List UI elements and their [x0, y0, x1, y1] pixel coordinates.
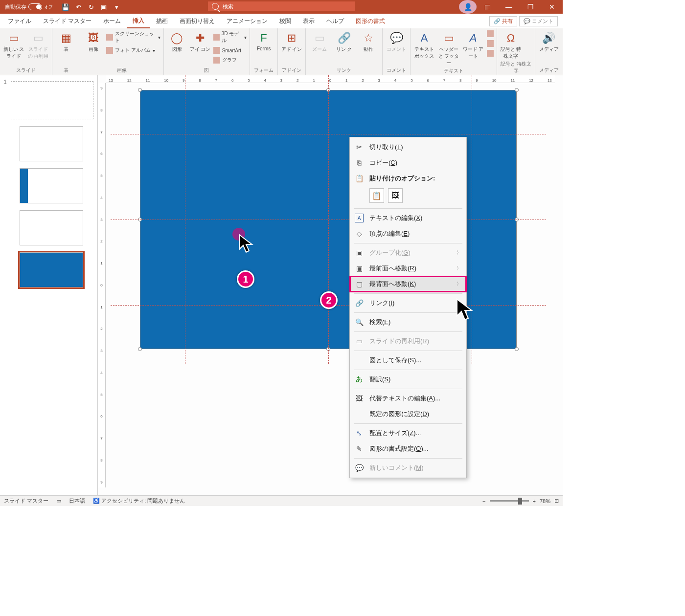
- cm-edit-points[interactable]: ◇頂点の編集(E): [350, 226, 466, 242]
- tab-review[interactable]: 校閲: [274, 14, 297, 28]
- tab-shape-format[interactable]: 図形の書式: [350, 14, 391, 28]
- tab-view[interactable]: 表示: [297, 14, 320, 28]
- search-box[interactable]: 検索: [208, 1, 355, 11]
- paste-as-picture[interactable]: 🖼: [388, 188, 403, 203]
- screenshot-button[interactable]: スクリーンショット ▾: [105, 29, 161, 45]
- account-avatar[interactable]: 👤: [459, 0, 477, 14]
- media-button[interactable]: 🔊メディア: [537, 29, 561, 53]
- tab-insert[interactable]: 挿入: [127, 14, 150, 28]
- header-footer-button[interactable]: ▭ヘッダーと フッター: [437, 29, 460, 66]
- cm-alt-text[interactable]: 🖼代替テキストの編集(A)...: [350, 391, 466, 406]
- resize-handle-nw[interactable]: [138, 88, 142, 92]
- reuse-slide-button[interactable]: ▭スライドの 再利用: [26, 29, 50, 60]
- zoom-slider[interactable]: [490, 500, 529, 502]
- image-button[interactable]: 🖼画像: [82, 29, 104, 53]
- autosave-switch[interactable]: [28, 3, 42, 10]
- ribbon-display-icon[interactable]: ▥: [477, 0, 498, 14]
- cm-send-to-back[interactable]: ▢最背面へ移動(K)〉: [350, 276, 466, 292]
- slides-thumbnail-panel[interactable]: 1: [0, 75, 98, 495]
- slide-number-button[interactable]: [486, 39, 495, 48]
- cm-save-as-picture[interactable]: 図として保存(S)...: [350, 352, 466, 368]
- chevron-right-icon: 〉: [457, 265, 461, 272]
- layout-thumb-4[interactable]: [20, 252, 83, 287]
- icons-button[interactable]: ✚アイ コン: [189, 29, 211, 53]
- start-slideshow-icon[interactable]: ▣: [100, 3, 108, 11]
- notes-icon[interactable]: ▭: [56, 498, 61, 504]
- textbox-button[interactable]: Aテキスト ボックス: [412, 29, 436, 60]
- chevron-right-icon: 〉: [457, 281, 461, 287]
- tab-animations[interactable]: アニメーション: [221, 14, 274, 28]
- autosave-toggle[interactable]: 自動保存 オフ: [5, 3, 53, 11]
- smartart-button[interactable]: SmartArt: [212, 46, 248, 55]
- qat-more-icon[interactable]: ▾: [113, 3, 120, 11]
- layout-thumb-2[interactable]: [20, 168, 83, 203]
- group-icon: ▣: [355, 248, 364, 257]
- comment-button[interactable]: 💬コメント: [385, 29, 408, 53]
- tab-transitions[interactable]: 画面切り替え: [174, 14, 221, 28]
- cm-link[interactable]: 🔗リンク(I)〉: [350, 295, 466, 311]
- share-button[interactable]: 🔗 共有: [489, 16, 517, 26]
- link-button[interactable]: 🔗リン ク: [332, 29, 356, 53]
- symbols-button[interactable]: Ω記号と 特殊文字: [499, 29, 523, 60]
- save-icon[interactable]: 💾: [62, 3, 69, 11]
- resize-handle-sw[interactable]: [138, 347, 142, 351]
- chevron-right-icon: 〉: [457, 249, 461, 256]
- cm-cut[interactable]: ✂切り取り(T): [350, 139, 466, 155]
- close-button[interactable]: ✕: [541, 0, 563, 14]
- group-label-text: テキスト: [412, 66, 495, 75]
- tab-slide-master[interactable]: スライド マスター: [37, 14, 97, 28]
- paste-keep-formatting[interactable]: 📋: [369, 188, 384, 203]
- layout-thumb-1[interactable]: [20, 126, 83, 161]
- comments-button[interactable]: 💬 コメント: [519, 16, 558, 26]
- redo-icon[interactable]: ↻: [87, 3, 95, 11]
- status-language[interactable]: 日本語: [69, 497, 85, 505]
- zoom-out-icon[interactable]: −: [482, 498, 485, 504]
- fit-to-window-icon[interactable]: ⊡: [554, 498, 559, 504]
- cm-edit-text[interactable]: Aテキストの編集(X): [350, 210, 466, 226]
- cm-translate[interactable]: あ翻訳(S): [350, 372, 466, 387]
- canvas-area[interactable]: 13121110987654321012345678910111213 9876…: [98, 75, 563, 495]
- restore-button[interactable]: ❐: [520, 0, 541, 14]
- resize-handle-se[interactable]: [515, 347, 519, 351]
- forms-button[interactable]: FForms: [252, 29, 275, 51]
- alt-text-icon: 🖼: [355, 394, 364, 403]
- minimize-button[interactable]: —: [498, 0, 520, 14]
- zoom-in-icon[interactable]: +: [533, 498, 536, 504]
- group-label-images: 画像: [82, 66, 161, 75]
- quick-access-toolbar: 💾 ↶ ↻ ▣ ▾: [62, 3, 120, 11]
- tab-home[interactable]: ホーム: [97, 14, 127, 28]
- cm-size-position[interactable]: ⤡配置とサイズ(Z)...: [350, 425, 466, 441]
- new-slide-button[interactable]: ▭新しい スライド: [2, 29, 25, 60]
- layout-thumb-3[interactable]: [20, 210, 83, 245]
- status-bar: スライド マスター ▭ 日本語 ♿ アクセシビリティ: 問題ありません − + …: [0, 495, 563, 506]
- addins-button[interactable]: ⊞アド イン: [280, 29, 303, 53]
- zoom-button[interactable]: ▭ズーム: [308, 29, 331, 53]
- master-thumb[interactable]: [11, 81, 93, 119]
- zoom-percent[interactable]: 78%: [540, 498, 550, 504]
- resize-handle-ne[interactable]: [515, 88, 519, 92]
- tab-help[interactable]: ヘルプ: [320, 14, 350, 28]
- status-mode: スライド マスター: [4, 497, 48, 505]
- format-icon: ✎: [355, 444, 364, 453]
- date-time-button[interactable]: [486, 29, 495, 38]
- cm-format-shape[interactable]: ✎図形の書式設定(O)...: [350, 441, 466, 457]
- cm-copy[interactable]: ⎘コピー(C): [350, 155, 466, 171]
- photo-album-button[interactable]: フォト アルバム ▾: [105, 46, 161, 55]
- tab-file[interactable]: ファイル: [2, 14, 37, 28]
- cm-search[interactable]: 🔍検索(E): [350, 314, 466, 330]
- object-button[interactable]: [486, 49, 495, 58]
- cm-set-default-shape[interactable]: 既定の図形に設定(D): [350, 406, 466, 422]
- group-label-symbols: 記号と 特殊文字: [499, 60, 533, 75]
- vertical-ruler: 9876543210123456789: [98, 83, 106, 487]
- wordart-button[interactable]: Aワード アート: [461, 29, 485, 60]
- chart-button[interactable]: グラフ: [212, 56, 248, 65]
- accessibility-status[interactable]: ♿ アクセシビリティ: 問題ありません: [93, 497, 185, 505]
- table-button[interactable]: ▦表: [54, 29, 78, 53]
- undo-icon[interactable]: ↶: [74, 3, 82, 11]
- edit-points-icon: ◇: [355, 229, 364, 238]
- 3d-models-button[interactable]: 3D モデル ▾: [212, 29, 248, 45]
- cm-bring-to-front[interactable]: ▣最前面へ移動(R)〉: [350, 261, 466, 276]
- action-button[interactable]: ☆動作: [357, 29, 380, 53]
- tab-draw[interactable]: 描画: [150, 14, 174, 28]
- shapes-button[interactable]: ◯図形: [166, 29, 188, 53]
